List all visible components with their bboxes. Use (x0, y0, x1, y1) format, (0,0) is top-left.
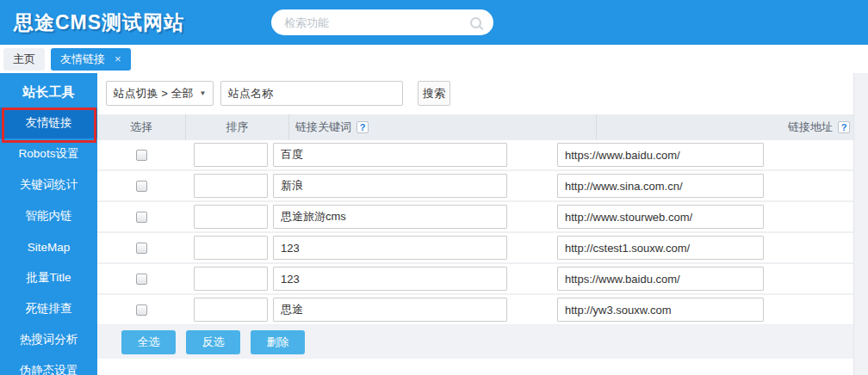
row-keyword-input[interactable] (273, 267, 507, 291)
select-all-button[interactable]: 全选 (121, 330, 176, 354)
table-row (97, 295, 868, 326)
row-keyword-input[interactable] (273, 236, 507, 260)
column-header-keyword: 链接关键词 ? (288, 114, 596, 140)
row-sort-input[interactable] (194, 236, 268, 260)
search-icon[interactable] (470, 17, 481, 28)
row-url-input[interactable] (557, 143, 764, 167)
sidebar-item-hot-search[interactable]: 热搜词分析 (0, 324, 97, 355)
site-switch-dropdown[interactable]: 站点切换 > 全部 ▼ (106, 81, 214, 106)
help-icon[interactable]: ? (356, 121, 369, 133)
search-button[interactable]: 搜索 (418, 81, 450, 106)
sidebar-item-keyword-stats[interactable]: 关键词统计 (0, 169, 97, 200)
site-logo: 思途CMS测试网站 (14, 9, 184, 36)
row-select-checkbox[interactable] (136, 212, 147, 223)
table-row (97, 171, 868, 202)
tab-friend-links-label: 友情链接 (60, 52, 105, 67)
filter-toolbar: 站点切换 > 全部 ▼ 搜索 (97, 73, 868, 114)
site-switch-label: 站点切换 > 全部 (114, 86, 194, 101)
content-panel: 站点切换 > 全部 ▼ 搜索 选择 排序 链接关键词 ? 链接地址 ? (97, 73, 868, 375)
row-url-input[interactable] (557, 298, 764, 322)
invert-selection-button[interactable]: 反选 (186, 330, 240, 354)
top-header-bar: 思途CMS测试网站 (0, 0, 868, 45)
column-header-sort: 排序 (185, 114, 288, 140)
tab-bar: 主页 友情链接 × (0, 45, 868, 73)
row-keyword-input[interactable] (273, 174, 507, 198)
row-select-checkbox[interactable] (136, 274, 147, 285)
tab-home-label: 主页 (13, 52, 35, 67)
sidebar-item-friend-links[interactable]: 友情链接 (0, 108, 97, 138)
table-header: 选择 排序 链接关键词 ? 链接地址 ? (97, 114, 868, 140)
row-url-input[interactable] (557, 236, 764, 260)
row-url-input[interactable] (557, 174, 764, 198)
tab-home[interactable]: 主页 (3, 48, 45, 71)
row-keyword-input[interactable] (273, 143, 507, 167)
main-area: 站长工具 友情链接 Robots设置 关键词统计 智能内链 SiteMap 批量… (0, 73, 868, 375)
row-keyword-input[interactable] (273, 205, 507, 229)
help-icon[interactable]: ? (838, 121, 850, 133)
row-sort-input[interactable] (194, 205, 268, 229)
sidebar-item-batch-title[interactable]: 批量Title (0, 262, 97, 293)
header-search-input[interactable] (271, 16, 470, 29)
delete-button[interactable]: 删除 (251, 330, 305, 354)
tab-friend-links[interactable]: 友情链接 × (51, 48, 131, 71)
site-name-input[interactable] (220, 81, 403, 106)
chevron-down-icon: ▼ (199, 89, 206, 97)
row-url-input[interactable] (557, 267, 764, 291)
table-row (97, 264, 868, 295)
table-row (97, 233, 868, 264)
row-sort-input[interactable] (194, 267, 268, 291)
row-select-checkbox[interactable] (136, 150, 147, 161)
vertical-scrollbar[interactable] (853, 73, 868, 375)
column-header-select: 选择 (97, 114, 185, 140)
row-url-input[interactable] (557, 205, 764, 229)
sidebar-item-dead-links[interactable]: 死链排查 (0, 293, 97, 324)
close-icon[interactable]: × (115, 53, 121, 65)
sidebar: 站长工具 友情链接 Robots设置 关键词统计 智能内链 SiteMap 批量… (0, 73, 97, 375)
bulk-action-bar: 全选 反选 删除 (97, 326, 868, 359)
table-row (97, 140, 868, 171)
row-sort-input[interactable] (194, 298, 268, 322)
row-select-checkbox[interactable] (136, 304, 147, 316)
sidebar-item-robots-settings[interactable]: Robots设置 (0, 138, 97, 169)
sidebar-item-sitemap[interactable]: SiteMap (0, 231, 97, 262)
app-window: 思途CMS测试网站 主页 友情链接 × 站长工具 友情链接 Robots设置 关… (0, 0, 868, 375)
row-sort-input[interactable] (194, 174, 268, 198)
column-header-url-label: 链接地址 (788, 120, 833, 135)
sidebar-item-webmaster-tools[interactable]: 站长工具 (0, 77, 97, 108)
sidebar-item-pseudo-static[interactable]: 伪静态设置 (0, 355, 97, 375)
header-search-box (271, 9, 493, 35)
row-select-checkbox[interactable] (136, 243, 147, 254)
column-header-url: 链接地址 ? (596, 114, 868, 140)
sidebar-item-smart-links[interactable]: 智能内链 (0, 200, 97, 231)
column-header-keyword-label: 链接关键词 (295, 120, 351, 135)
table-row (97, 202, 868, 233)
table-body (97, 140, 868, 326)
row-select-checkbox[interactable] (136, 181, 147, 192)
row-keyword-input[interactable] (273, 298, 507, 322)
row-sort-input[interactable] (194, 143, 268, 167)
